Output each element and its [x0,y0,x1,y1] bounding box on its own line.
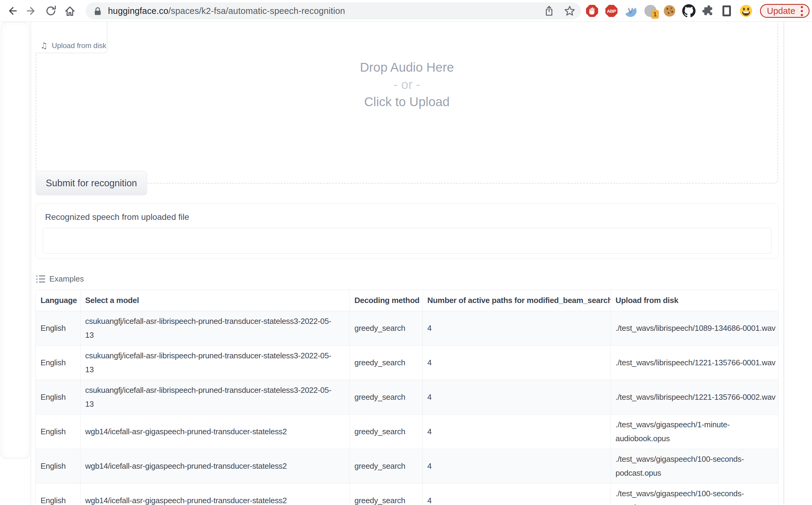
examples-list-icon [36,276,45,283]
table-cell[interactable]: greedy_search [350,311,422,345]
table-cell[interactable]: csukuangfj/icefall-asr-librispeech-prune… [80,345,350,380]
adblock-hand-extension-icon[interactable] [585,4,599,18]
url-path: /spaces/k2-fsa/automatic-speech-recognit… [168,6,345,16]
home-button[interactable] [63,4,77,18]
table-row[interactable]: Englishwgb14/icefall-asr-gigaspeech-prun… [36,483,779,505]
table-cell[interactable]: English [36,311,80,345]
table-cell[interactable]: English [36,380,80,414]
table-row[interactable]: Englishwgb14/icefall-asr-gigaspeech-prun… [36,449,779,483]
reader-mode-icon[interactable] [720,4,733,18]
table-row[interactable]: Englishwgb14/icefall-asr-gigaspeech-prun… [36,414,779,449]
submit-for-recognition-button[interactable]: Submit for recognition [36,171,147,195]
extensions-puzzle-icon[interactable] [701,4,714,18]
table-column-header: Select a model [80,290,350,311]
examples-table: LanguageSelect a modelDecoding methodNum… [35,290,779,505]
left-edge-panel [1,22,30,459]
app-right-border [784,22,784,505]
url-domain: huggingface.co [108,6,168,16]
table-cell[interactable]: greedy_search [350,414,422,449]
table-cell[interactable]: csukuangfj/icefall-asr-librispeech-prune… [80,380,350,414]
drop-audio-here-text: Drop Audio Here [36,59,778,76]
audio-dropzone[interactable]: Drop Audio Here - or - Click to Upload [36,22,778,184]
table-cell[interactable]: ./test_wavs/gigaspeech/100-seconds- podc… [611,449,779,483]
browser-toolbar: huggingface.co/spaces/k2-fsa/automatic-s… [0,0,812,22]
v-label: V [625,5,637,17]
table-cell[interactable]: wgb14/icefall-asr-gigaspeech-pruned-tran… [80,449,350,483]
abp-extension-icon[interactable]: ABP [605,4,618,18]
click-to-upload-text: Click to Upload [36,93,778,110]
table-cell[interactable]: wgb14/icefall-asr-gigaspeech-pruned-tran… [80,414,350,449]
table-cell[interactable]: 4 [422,311,611,345]
table-row[interactable]: Englishcsukuangfj/icefall-asr-librispeec… [36,345,779,380]
table-cell[interactable]: greedy_search [350,483,422,505]
url-text: huggingface.co/spaces/k2-fsa/automatic-s… [108,6,345,16]
table-cell[interactable]: 4 [422,380,611,414]
forward-button[interactable] [25,4,38,18]
table-cell[interactable]: greedy_search [350,345,422,380]
share-icon[interactable] [542,4,556,18]
table-row[interactable]: Englishcsukuangfj/icefall-asr-librispeec… [36,380,779,414]
table-cell[interactable]: ./test_wavs/librispeech/1221-135766-0002… [611,380,779,414]
or-text: - or - [36,76,778,93]
table-cell[interactable]: greedy_search [350,449,422,483]
chrome-update-button[interactable]: Update [760,4,810,18]
kebab-menu-icon[interactable] [801,6,803,16]
table-cell[interactable]: 4 [422,449,611,483]
music-notes-icon: ♫ [40,41,47,50]
dropzone-text: Drop Audio Here - or - Click to Upload [36,59,778,110]
table-body: Englishcsukuangfj/icefall-asr-librispeec… [36,311,779,505]
table-column-header: Language [36,290,80,311]
table-cell[interactable]: ./test_wavs/gigaspeech/100-seconds- yout… [611,483,779,505]
update-label: Update [767,6,795,16]
table-cell[interactable]: English [36,483,80,505]
table-row[interactable]: Englishcsukuangfj/icefall-asr-librispeec… [36,311,779,345]
v-extension-icon[interactable]: V [624,4,637,18]
notification-extension-icon[interactable]: 1 [644,4,657,18]
examples-header: Examples [36,274,84,284]
recognized-speech-label: Recognized speech from uploaded file [45,212,189,222]
table-cell[interactable]: English [36,449,80,483]
table-cell[interactable]: English [36,345,80,380]
back-button[interactable] [5,4,19,18]
table-cell[interactable]: English [36,414,80,449]
app-left-border [30,22,31,505]
bookmark-star-icon[interactable] [563,4,576,18]
extension-badge: 1 [651,10,659,19]
examples-label: Examples [49,274,84,284]
table-column-header: Number of active paths for modified_beam… [422,290,611,311]
table-header-row: LanguageSelect a modelDecoding methodNum… [36,290,779,311]
table-cell[interactable]: 4 [422,414,611,449]
tab-upload-from-disk[interactable]: ♫ Upload from disk [35,22,107,53]
table-cell[interactable]: 4 [422,483,611,505]
github-extension-icon[interactable] [682,4,695,18]
page-content: Drop Audio Here - or - Click to Upload ♫… [0,22,812,505]
table-column-header: Upload from disk [611,290,779,311]
table-cell[interactable]: ./test_wavs/librispeech/1089-134686-0001… [611,311,779,345]
recognized-speech-panel: Recognized speech from uploaded file [35,203,779,259]
table-cell[interactable]: wgb14/icefall-asr-gigaspeech-pruned-tran… [80,483,350,505]
table-column-header: Decoding method [350,290,422,311]
table-cell[interactable]: 4 [422,345,611,380]
reload-button[interactable] [44,4,57,18]
smiley-extension-icon[interactable] [739,4,753,18]
recognized-speech-textbox[interactable] [43,228,772,254]
table-cell[interactable]: csukuangfj/icefall-asr-librispeech-prune… [80,311,350,345]
table-cell[interactable]: greedy_search [350,380,422,414]
lock-icon [92,5,103,17]
table-cell[interactable]: ./test_wavs/librispeech/1221-135766-0001… [611,345,779,380]
abp-label: ABP [607,8,616,14]
address-bar[interactable]: huggingface.co/spaces/k2-fsa/automatic-s… [86,2,581,19]
table-cell[interactable]: ./test_wavs/gigaspeech/1-minute- audiobo… [611,414,779,449]
upload-tab-label: Upload from disk [52,41,106,50]
cookie-extension-icon[interactable] [663,4,676,18]
